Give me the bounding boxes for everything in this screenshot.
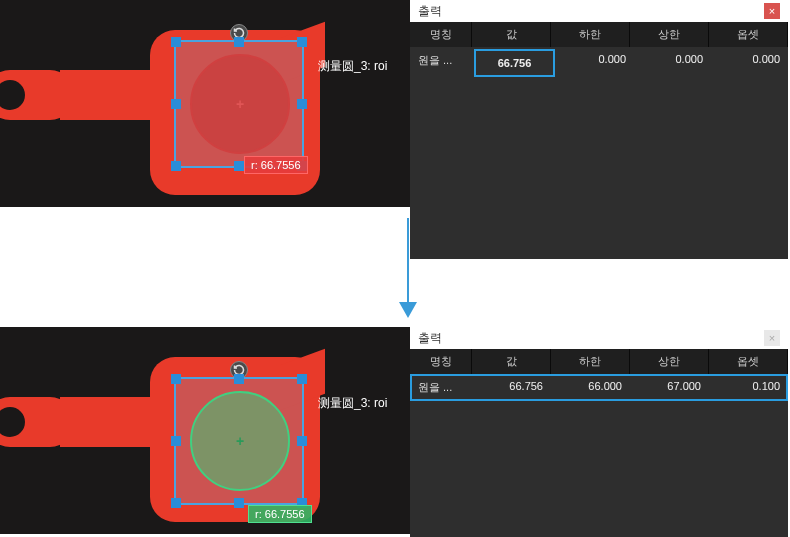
table-row-selected[interactable]: 원을 ... 66.756 66.000 67.000 0.100 xyxy=(410,374,788,401)
row-name-cell: 원을 ... xyxy=(410,374,472,401)
output-panel-bottom: 출력 × 명칭 값 하한 상한 옵셋 원을 ... 66.756 66.000 … xyxy=(410,327,788,537)
measured-circle-fail: + xyxy=(190,54,290,154)
resize-handle[interactable] xyxy=(171,99,181,109)
resize-handle[interactable] xyxy=(234,37,244,47)
resize-handle[interactable] xyxy=(297,374,307,384)
output-table: 명칭 값 하한 상한 옵셋 원을 ... 66.756 0.000 0.000 … xyxy=(410,22,788,259)
col-name[interactable]: 명칭 xyxy=(410,22,472,47)
resize-handle[interactable] xyxy=(297,37,307,47)
measured-circle-pass: + xyxy=(190,391,290,491)
row-value-cell-fail[interactable]: 66.756 xyxy=(474,49,555,77)
output-panel-titlebar: 출력 × xyxy=(410,0,788,22)
output-title-text: 출력 xyxy=(418,3,442,20)
col-offset[interactable]: 옵셋 xyxy=(709,349,788,374)
row-offset-cell[interactable]: 0.100 xyxy=(709,374,788,401)
radius-readout-pass: r: 66.7556 xyxy=(248,505,312,523)
vision-viewport-top[interactable]: + r: 66.7556 测量圆_3: roi xyxy=(0,0,410,207)
table-row[interactable]: 원을 ... 66.756 0.000 0.000 0.000 xyxy=(410,47,788,79)
after-state: + r: 66.7556 测量圆_3: roi 출력 × 명칭 값 하한 상한 … xyxy=(0,327,788,537)
resize-handle[interactable] xyxy=(297,99,307,109)
roi-label-text: 测量圆_3: roi xyxy=(318,58,387,75)
table-empty-body xyxy=(410,401,788,537)
before-state: + r: 66.7556 测量圆_3: roi 출력 × 명칭 값 하한 상한 … xyxy=(0,0,788,259)
center-cross-icon: + xyxy=(236,96,244,112)
resize-handle[interactable] xyxy=(171,161,181,171)
output-title-text: 출력 xyxy=(418,330,442,347)
radius-readout-fail: r: 66.7556 xyxy=(244,156,308,174)
row-lower-cell[interactable]: 66.000 xyxy=(551,374,630,401)
resize-handle[interactable] xyxy=(171,436,181,446)
col-lower[interactable]: 하한 xyxy=(551,349,630,374)
col-lower[interactable]: 하한 xyxy=(551,22,630,47)
row-upper-cell[interactable]: 0.000 xyxy=(634,47,711,79)
row-offset-cell[interactable]: 0.000 xyxy=(711,47,788,79)
resize-handle[interactable] xyxy=(234,374,244,384)
row-lower-cell[interactable]: 0.000 xyxy=(557,47,634,79)
roi-label-text: 测量圆_3: roi xyxy=(318,395,387,412)
output-panel-top: 출력 × 명칭 값 하한 상한 옵셋 원을 ... 66.756 0.000 0… xyxy=(410,0,788,259)
resize-handle[interactable] xyxy=(171,37,181,47)
center-cross-icon: + xyxy=(236,433,244,449)
table-header-row: 명칭 값 하한 상한 옵셋 xyxy=(410,22,788,47)
arrow-down-icon xyxy=(398,218,418,318)
table-header-row: 명칭 값 하한 상한 옵셋 xyxy=(410,349,788,374)
row-name-cell: 원을 ... xyxy=(410,47,472,79)
roi-selection-box[interactable]: + xyxy=(174,40,304,168)
output-table: 명칭 값 하한 상한 옵셋 원을 ... 66.756 66.000 67.00… xyxy=(410,349,788,537)
table-empty-body xyxy=(410,79,788,259)
vision-viewport-bottom[interactable]: + r: 66.7556 测量圆_3: roi xyxy=(0,327,410,534)
resize-handle[interactable] xyxy=(297,436,307,446)
row-upper-cell[interactable]: 67.000 xyxy=(630,374,709,401)
col-value[interactable]: 값 xyxy=(472,22,551,47)
resize-handle[interactable] xyxy=(234,161,244,171)
row-value-cell-pass[interactable]: 66.756 xyxy=(472,374,551,401)
col-upper[interactable]: 상한 xyxy=(630,349,709,374)
resize-handle[interactable] xyxy=(234,498,244,508)
col-upper[interactable]: 상한 xyxy=(630,22,709,47)
col-value[interactable]: 값 xyxy=(472,349,551,374)
col-offset[interactable]: 옵셋 xyxy=(709,22,788,47)
close-button[interactable]: × xyxy=(764,330,780,346)
close-button[interactable]: × xyxy=(764,3,780,19)
output-panel-titlebar: 출력 × xyxy=(410,327,788,349)
roi-selection-box[interactable]: + xyxy=(174,377,304,505)
resize-handle[interactable] xyxy=(171,498,181,508)
resize-handle[interactable] xyxy=(171,374,181,384)
col-name[interactable]: 명칭 xyxy=(410,349,472,374)
